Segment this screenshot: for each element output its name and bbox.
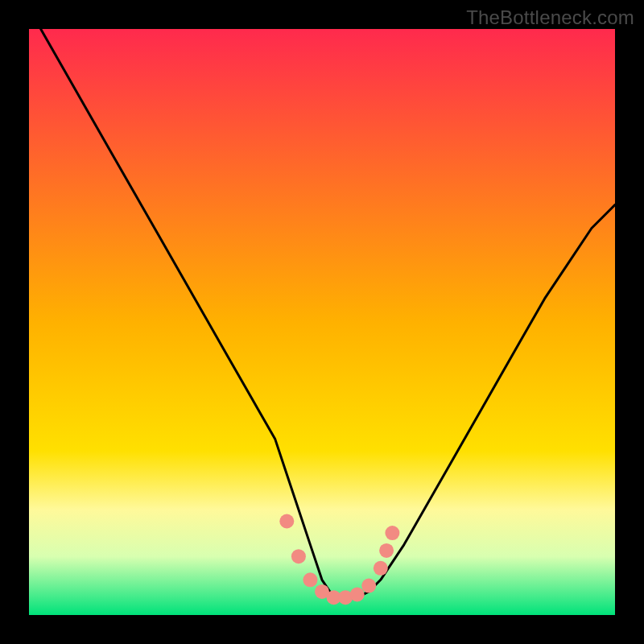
data-marker <box>361 579 376 593</box>
plot-background <box>29 29 615 615</box>
bottleneck-chart <box>0 0 644 644</box>
data-marker <box>385 526 399 540</box>
data-marker <box>303 572 317 587</box>
chart-frame: TheBottleneck.com <box>0 0 644 644</box>
watermark-text: TheBottleneck.com <box>466 6 634 29</box>
data-marker <box>379 543 394 558</box>
data-marker <box>291 549 306 564</box>
data-marker <box>374 561 388 576</box>
data-marker <box>350 588 365 602</box>
data-marker <box>279 514 294 529</box>
